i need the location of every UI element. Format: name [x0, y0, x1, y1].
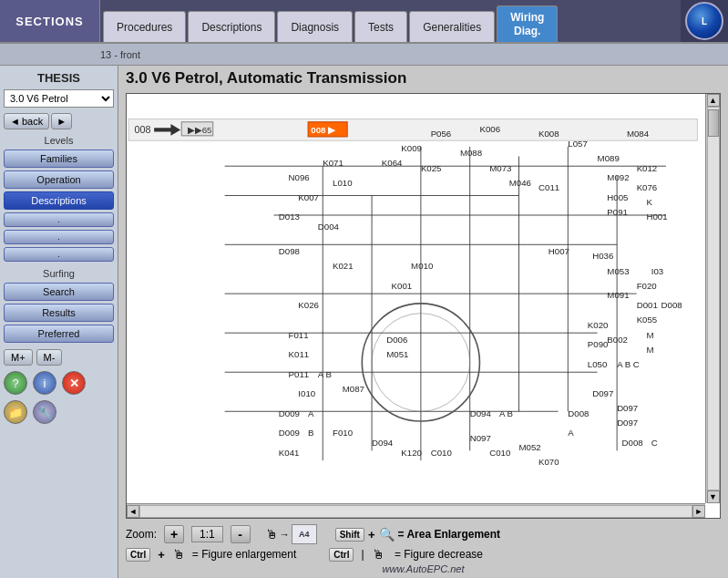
svg-text:M088: M088	[460, 148, 482, 158]
scroll-right-button[interactable]: ►	[692, 505, 705, 518]
tab-tests[interactable]: Tests	[354, 11, 407, 42]
svg-text:F010: F010	[333, 428, 353, 438]
tab-diagnosis[interactable]: Diagnosis	[277, 11, 353, 42]
sections-label: SECTIONS	[0, 0, 100, 42]
scroll-track-h[interactable]	[139, 505, 692, 518]
descriptions-button[interactable]: Descriptions	[4, 191, 114, 210]
scroll-track-v[interactable]	[707, 107, 720, 490]
surfing-label: Surfing	[4, 268, 114, 279]
svg-text:K026: K026	[298, 300, 319, 310]
model-select[interactable]: 3.0 V6 Petrol	[4, 89, 114, 108]
hand-icon: 🖱	[172, 547, 185, 562]
zoom-plus-button[interactable]: +	[164, 525, 184, 543]
svg-text:K070: K070	[538, 457, 559, 467]
svg-text:M: M	[646, 330, 653, 340]
search-button[interactable]: Search	[4, 283, 114, 301]
bottom-icons: ? i ✕	[4, 371, 114, 395]
svg-text:M089: M089	[598, 153, 620, 163]
svg-text:K120: K120	[401, 448, 422, 458]
zoom-minus-button[interactable]: -	[231, 525, 251, 543]
zoom-ratio-display: 1:1	[191, 526, 223, 542]
forward-button[interactable]: ►	[51, 113, 72, 129]
a4-page: A4	[292, 524, 317, 544]
svg-text:M053: M053	[607, 266, 629, 276]
svg-text:M073: M073	[489, 163, 511, 173]
ctrl-key-1: Ctrl	[126, 548, 150, 562]
tab-generalities[interactable]: Generalities	[409, 11, 495, 42]
svg-text:K001: K001	[392, 281, 413, 291]
sub-header-text: 13 - front	[100, 49, 140, 60]
dot-button-1[interactable]: .	[4, 212, 114, 227]
svg-text:I010: I010	[298, 388, 315, 398]
wrench-icon-button[interactable]: 🔧	[33, 400, 56, 424]
scroll-up-button[interactable]: ▲	[707, 94, 720, 107]
svg-text:P056: P056	[431, 129, 452, 139]
ctrl-key-2: Ctrl	[329, 548, 354, 562]
svg-text:M087: M087	[343, 384, 364, 394]
back-button[interactable]: ◄ back	[4, 113, 49, 129]
svg-text:D006: D006	[386, 335, 407, 345]
families-button[interactable]: Families	[4, 150, 114, 168]
svg-text:K011: K011	[289, 349, 310, 359]
svg-text:H007: H007	[549, 246, 569, 256]
svg-text:M: M	[646, 345, 653, 355]
results-button[interactable]: Results	[4, 304, 114, 322]
tab-descriptions[interactable]: Descriptions	[188, 11, 275, 42]
tab-procedures[interactable]: Procedures	[103, 11, 186, 42]
dot-button-3[interactable]: .	[4, 247, 114, 262]
red-x-button[interactable]: ✕	[62, 371, 86, 395]
svg-text:D097: D097	[617, 418, 638, 428]
svg-text:M092: M092	[607, 172, 629, 182]
wiring-diagram-svg: 008 ▶▶65 P056 K006 K008 L057 M084 M089 K…	[127, 94, 705, 503]
scroll-thumb-v[interactable]	[708, 109, 719, 137]
operation-button[interactable]: Operation	[4, 170, 114, 189]
green-icon-button[interactable]: ?	[4, 371, 27, 395]
a4-page-icon: 🖱 → A4	[265, 524, 317, 544]
diagram-container[interactable]: 008 ▶▶65 P056 K006 K008 L057 M084 M089 K…	[126, 93, 721, 519]
scroll-down-button[interactable]: ▼	[707, 490, 720, 503]
svg-text:K008: K008	[538, 129, 559, 139]
dot-button-2[interactable]: .	[4, 230, 114, 244]
svg-text:A: A	[308, 408, 314, 418]
back-forward-controls: ◄ back ►	[4, 113, 114, 129]
svg-text:K009: K009	[401, 143, 422, 153]
svg-text:B002: B002	[607, 335, 628, 345]
svg-text:H005: H005	[607, 192, 628, 202]
horizontal-scrollbar[interactable]: ◄ ►	[127, 503, 705, 518]
svg-text:K007: K007	[298, 192, 319, 202]
page-title: 3.0 V6 Petrol, Automatic Transmission	[126, 69, 721, 88]
hand2-icon: 🖱	[372, 547, 385, 562]
svg-text:K055: K055	[637, 315, 658, 325]
svg-text:L057: L057	[568, 139, 588, 149]
svg-text:K: K	[646, 197, 652, 207]
svg-text:D008: D008	[661, 300, 682, 310]
mplus-button[interactable]: M+	[4, 349, 33, 366]
cursor-icon: 🖱	[265, 527, 278, 542]
tab-wiring-diag[interactable]: WiringDiag.	[497, 5, 558, 42]
plus-sign-1: +	[368, 528, 375, 542]
svg-text:N097: N097	[470, 433, 491, 443]
vertical-scrollbar[interactable]: ▲ ▼	[705, 94, 720, 503]
blue-icon-button[interactable]: i	[33, 371, 56, 395]
arrow-to-a4-icon: →	[280, 529, 290, 540]
bottom-icons2: 📁 🔧	[4, 400, 114, 424]
sidebar: THESIS 3.0 V6 Petrol ◄ back ► Levels Fam…	[0, 66, 118, 578]
top-navigation: SECTIONS Procedures Descriptions Diagnos…	[0, 0, 728, 44]
svg-text:D004: D004	[318, 222, 340, 232]
folder-icon-button[interactable]: 📁	[4, 400, 27, 424]
website-label: www.AutoEPC.net	[126, 563, 721, 574]
logo-circle: L	[685, 2, 723, 40]
scroll-left-button[interactable]: ◄	[127, 505, 139, 518]
svg-text:D009: D009	[279, 408, 300, 418]
svg-text:M051: M051	[386, 349, 408, 359]
mminus-button[interactable]: M-	[36, 349, 63, 366]
svg-text:M052: M052	[519, 442, 541, 452]
svg-text:P011: P011	[289, 369, 310, 379]
svg-text:K006: K006	[479, 124, 500, 134]
shift-key: Shift	[335, 528, 364, 542]
svg-text:I03: I03	[651, 266, 663, 276]
main-area: THESIS 3.0 V6 Petrol ◄ back ► Levels Fam…	[0, 66, 728, 578]
svg-text:D097: D097	[592, 388, 613, 398]
svg-text:A: A	[568, 428, 574, 438]
preferred-button[interactable]: Preferred	[4, 325, 114, 343]
